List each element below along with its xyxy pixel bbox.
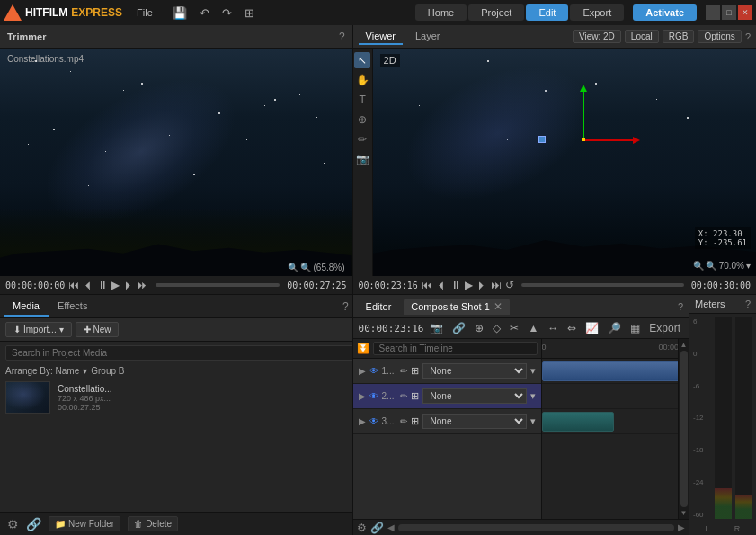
v-skip-start-btn[interactable]: ⏮ <box>422 279 432 291</box>
track-3-edit-icon[interactable]: ✏ <box>400 416 407 426</box>
skip-start-btn[interactable]: ⏮ <box>68 279 79 291</box>
v-skip-end-btn[interactable]: ⏭ <box>491 279 502 291</box>
timeline-link-icon[interactable]: 🔗 <box>370 522 384 534</box>
meters-help-icon[interactable]: ? <box>745 299 751 309</box>
activate-button[interactable]: Activate <box>633 4 697 21</box>
select-tool[interactable]: ↖ <box>354 52 370 68</box>
viewer-progress[interactable] <box>521 283 684 287</box>
v-stop-btn[interactable]: ⏸ <box>450 279 461 291</box>
track-1-expand-icon[interactable]: ▶ <box>359 366 366 376</box>
tab-media[interactable]: Media <box>4 297 49 317</box>
track-3-expand-icon[interactable]: ▶ <box>359 416 366 426</box>
trimmer-zoom[interactable]: 🔍 🔍 (65.8%) <box>288 263 345 272</box>
viewer-help-icon[interactable]: ? <box>745 31 751 42</box>
timeline-scrollbar[interactable] <box>398 524 674 531</box>
tab-effects[interactable]: Effects <box>49 297 96 317</box>
editor-lift-icon[interactable]: ▲ <box>525 321 541 335</box>
vertical-scrollbar[interactable]: ▲ ▼ <box>678 339 689 519</box>
track-1-vis-icon[interactable]: 👁 <box>369 366 378 376</box>
v-play-btn[interactable]: ▶ <box>465 279 473 291</box>
editor-snap-icon[interactable]: 🔗 <box>449 321 468 335</box>
editor-help-icon[interactable]: ? <box>678 301 683 312</box>
track-2-vis-icon[interactable]: 👁 <box>369 391 378 401</box>
trimmer-progress[interactable] <box>156 283 280 287</box>
editor-ripple-icon[interactable]: ↔ <box>545 321 561 335</box>
minimize-button[interactable]: – <box>706 5 720 20</box>
menu-file[interactable]: File <box>129 5 160 20</box>
editor-seq-icon[interactable]: ▦ <box>627 321 643 335</box>
scroll-left-btn[interactable]: ◀ <box>387 522 395 532</box>
tab-export[interactable]: Export <box>570 4 624 21</box>
prev-frame-btn[interactable]: ⏴ <box>83 279 93 291</box>
track-1-name-select[interactable]: None <box>422 363 527 379</box>
track-row-1: ▶ 👁 1... ✏ ⊞ None ▾ <box>353 359 541 384</box>
transform-tool[interactable]: ⊕ <box>354 111 370 128</box>
tab-project[interactable]: Project <box>468 4 524 21</box>
v-prev-btn[interactable]: ⏴ <box>436 279 447 291</box>
v-next-btn[interactable]: ⏵ <box>476 279 487 291</box>
camera-tool[interactable]: 📷 <box>354 151 370 167</box>
track-2-name-select[interactable]: None <box>422 388 527 404</box>
editor-add-icon[interactable]: ⊕ <box>472 321 486 335</box>
viewer-zoom[interactable]: 🔍 🔍 70.0% ▾ <box>693 261 751 271</box>
close-button[interactable]: ✕ <box>738 5 752 20</box>
stop-btn[interactable]: ⏸ <box>97 279 108 291</box>
viewer-toolbar: ↖ ✋ T ⊕ ✏ 📷 <box>353 49 373 276</box>
clip-1[interactable] <box>542 361 678 381</box>
view-dropdown[interactable]: View: 2D <box>573 30 621 43</box>
next-frame-btn[interactable]: ⏵ <box>123 279 134 291</box>
meter-bar-R <box>735 317 752 519</box>
new-folder-button[interactable]: 📁 New Folder <box>49 516 120 531</box>
tab-home[interactable]: Home <box>415 4 467 21</box>
text-tool[interactable]: T <box>354 92 370 108</box>
scroll-down-icon[interactable]: ▼ <box>680 509 688 517</box>
undo-icon[interactable]: ↶ <box>196 4 213 22</box>
editor-slip-icon[interactable]: ⇔ <box>565 321 579 335</box>
play-btn[interactable]: ▶ <box>111 279 120 291</box>
viewer-tab[interactable]: Viewer <box>359 29 403 45</box>
track-3-name-select[interactable]: None <box>422 414 527 429</box>
editor-cam-icon[interactable]: 📷 <box>427 321 446 335</box>
editor-rate-icon[interactable]: 📈 <box>583 321 601 335</box>
track-1-edit-icon[interactable]: ✏ <box>400 366 407 376</box>
scroll-thumb[interactable] <box>680 351 688 507</box>
redo-icon[interactable]: ↷ <box>218 4 236 22</box>
export-button[interactable]: Export <box>646 321 683 335</box>
save-icon[interactable]: 💾 <box>169 4 191 22</box>
v-loop-btn[interactable]: ↺ <box>505 279 514 291</box>
pen-tool[interactable]: ✏ <box>354 131 370 147</box>
track-2-expand-icon[interactable]: ▶ <box>359 391 366 401</box>
layer-tab[interactable]: Layer <box>408 29 448 45</box>
media-item[interactable]: Constellatio... 720 x 486 px... 00:00:27… <box>0 378 352 417</box>
timeline-settings-icon[interactable]: ⚙ <box>357 522 367 534</box>
search-project-media[interactable] <box>5 345 352 361</box>
editor-tab[interactable]: Editor <box>359 299 399 314</box>
trimmer-controls: 00:00:00:00 ⏮ ⏴ ⏸ ▶ ⏵ ⏭ 00:00:27:25 <box>0 276 352 294</box>
media-panel-help[interactable]: ? <box>342 300 349 313</box>
local-dropdown[interactable]: Local <box>625 30 659 43</box>
clip-3[interactable] <box>542 412 614 432</box>
options-dropdown[interactable]: Options <box>698 30 741 43</box>
trimmer-help-icon[interactable]: ? <box>339 31 345 43</box>
rgb-dropdown[interactable]: RGB <box>663 30 695 43</box>
scroll-up-icon[interactable]: ▲ <box>680 341 688 349</box>
editor-marker-icon[interactable]: ◇ <box>490 321 503 335</box>
tab-edit[interactable]: Edit <box>526 4 568 21</box>
import-button[interactable]: ⬇ Import... ▾ <box>5 322 72 337</box>
hand-tool[interactable]: ✋ <box>354 72 370 88</box>
delete-button[interactable]: 🗑 Delete <box>128 516 178 531</box>
scroll-right-btn[interactable]: ▶ <box>678 522 685 532</box>
search-timeline-input[interactable] <box>373 342 538 355</box>
media-link-icon[interactable]: 🔗 <box>26 517 41 531</box>
composite-shot-tab[interactable]: Composite Shot 1 ✕ <box>404 299 509 315</box>
new-media-button[interactable]: ✚ New <box>76 322 120 337</box>
composite-close-icon[interactable]: ✕ <box>494 300 503 313</box>
track-3-vis-icon[interactable]: 👁 <box>369 416 378 426</box>
track-2-edit-icon[interactable]: ✏ <box>400 391 407 401</box>
media-settings-icon[interactable]: ⚙ <box>7 517 19 531</box>
editor-zoom-icon[interactable]: 🔎 <box>605 321 624 335</box>
editor-split-icon[interactable]: ✂ <box>507 321 521 335</box>
skip-end-btn[interactable]: ⏭ <box>138 279 148 291</box>
maximize-button[interactable]: □ <box>722 5 736 20</box>
grid-icon[interactable]: ⊞ <box>241 4 258 22</box>
